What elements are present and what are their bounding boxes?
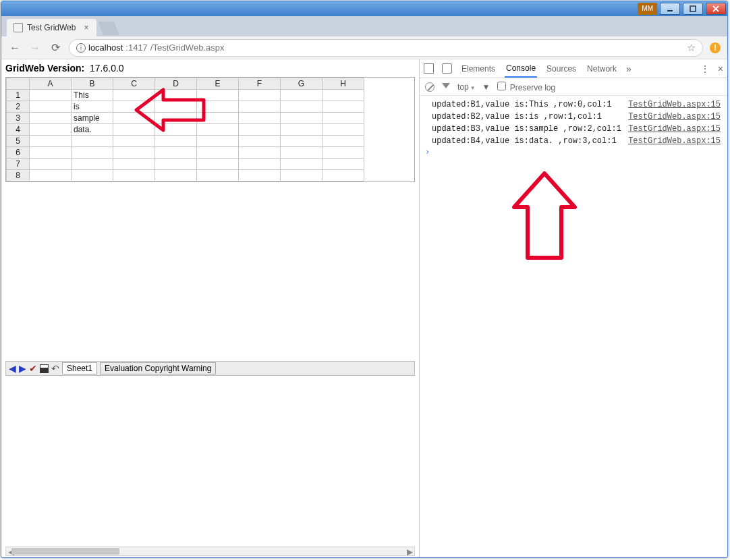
log-source-link[interactable]: TestGridWeb.aspx:15 xyxy=(628,124,721,134)
cell[interactable] xyxy=(281,101,322,113)
cell[interactable] xyxy=(281,170,322,181)
cell[interactable] xyxy=(155,101,197,113)
site-info-icon[interactable]: i xyxy=(76,43,86,53)
cell[interactable] xyxy=(322,159,364,170)
corner-cell[interactable] xyxy=(7,78,30,90)
cell[interactable] xyxy=(113,147,155,159)
cell[interactable] xyxy=(322,124,364,136)
inspect-icon[interactable] xyxy=(424,63,434,74)
tab-close-icon[interactable]: × xyxy=(84,23,88,32)
cell[interactable] xyxy=(30,124,72,136)
cell[interactable] xyxy=(197,124,239,136)
cell[interactable] xyxy=(30,159,72,170)
cell[interactable] xyxy=(197,136,239,147)
cell[interactable] xyxy=(155,90,197,101)
reload-button[interactable]: ⟳ xyxy=(49,41,62,55)
cell[interactable] xyxy=(322,113,364,124)
cell[interactable] xyxy=(113,101,155,113)
level-dropdown-icon[interactable]: ▼ xyxy=(482,82,490,92)
cell[interactable] xyxy=(72,147,113,159)
cell[interactable] xyxy=(281,113,322,124)
log-source-link[interactable]: TestGridWeb.aspx:15 xyxy=(628,100,721,109)
cell[interactable] xyxy=(281,136,322,147)
cell[interactable] xyxy=(322,101,364,113)
log-source-link[interactable]: TestGridWeb.aspx:15 xyxy=(628,136,721,146)
cell[interactable] xyxy=(113,159,155,170)
commit-icon[interactable]: ✔ xyxy=(29,363,37,374)
cell[interactable] xyxy=(239,136,281,147)
cell[interactable] xyxy=(155,159,197,170)
devtools-close-icon[interactable]: × xyxy=(718,63,723,74)
cell[interactable] xyxy=(113,124,155,136)
row-header[interactable]: 4 xyxy=(7,124,30,136)
cell[interactable] xyxy=(30,170,72,181)
cell[interactable] xyxy=(281,124,322,136)
cell[interactable] xyxy=(30,113,72,124)
cell[interactable] xyxy=(72,136,113,147)
device-mode-icon[interactable] xyxy=(442,63,452,74)
cell[interactable] xyxy=(239,147,281,159)
save-icon[interactable] xyxy=(40,364,49,373)
col-header[interactable]: H xyxy=(322,78,364,90)
preserve-log-toggle[interactable]: Preserve log xyxy=(497,82,556,92)
devtools-tab-sources[interactable]: Sources xyxy=(545,61,578,77)
devtools-tab-elements[interactable]: Elements xyxy=(460,61,497,77)
row-header[interactable]: 3 xyxy=(7,113,30,124)
cell[interactable] xyxy=(239,159,281,170)
context-dropdown[interactable]: top xyxy=(457,82,476,92)
cell[interactable] xyxy=(155,170,197,181)
maximize-button[interactable] xyxy=(683,3,703,15)
prev-sheet-icon[interactable]: ◀ xyxy=(9,363,16,374)
cell[interactable] xyxy=(281,90,322,101)
col-header[interactable]: D xyxy=(155,78,197,90)
row-header[interactable]: 7 xyxy=(7,159,30,170)
cell[interactable] xyxy=(322,136,364,147)
sheet-tab[interactable]: Sheet1 xyxy=(62,362,97,374)
cell[interactable] xyxy=(197,90,239,101)
cell[interactable] xyxy=(322,147,364,159)
cell[interactable]: data. xyxy=(72,124,113,136)
cell[interactable]: This xyxy=(72,90,113,101)
cell[interactable] xyxy=(197,159,239,170)
new-tab-button[interactable] xyxy=(99,22,119,35)
clear-console-icon[interactable] xyxy=(425,82,434,92)
cell[interactable] xyxy=(239,170,281,181)
browser-tab[interactable]: Test GridWeb × xyxy=(7,19,96,36)
cell[interactable] xyxy=(281,147,322,159)
cell[interactable] xyxy=(30,136,72,147)
cell[interactable] xyxy=(30,101,72,113)
log-source-link[interactable]: TestGridWeb.aspx:15 xyxy=(628,112,721,121)
cell[interactable] xyxy=(113,170,155,181)
forward-button[interactable]: → xyxy=(28,41,42,55)
cell[interactable] xyxy=(72,170,113,181)
row-header[interactable]: 8 xyxy=(7,170,30,181)
col-header[interactable]: A xyxy=(30,78,72,90)
back-button[interactable]: ← xyxy=(8,41,22,55)
cell[interactable] xyxy=(322,90,364,101)
cell[interactable] xyxy=(239,113,281,124)
minimize-button[interactable] xyxy=(660,3,680,15)
devtools-more-icon[interactable]: » xyxy=(626,63,631,74)
cell[interactable] xyxy=(322,170,364,181)
cell[interactable] xyxy=(197,147,239,159)
cell[interactable] xyxy=(239,101,281,113)
col-header[interactable]: B xyxy=(72,78,113,90)
cell[interactable] xyxy=(155,113,197,124)
col-header[interactable]: C xyxy=(113,78,155,90)
cell[interactable] xyxy=(155,124,197,136)
cell[interactable]: is xyxy=(72,101,113,113)
cell[interactable] xyxy=(197,170,239,181)
devtools-tab-network[interactable]: Network xyxy=(586,61,618,77)
filter-icon[interactable] xyxy=(441,83,451,91)
horizontal-scrollbar[interactable]: ◀ ▶ xyxy=(5,547,415,556)
cell[interactable] xyxy=(281,159,322,170)
cell[interactable] xyxy=(239,90,281,101)
row-header[interactable]: 1 xyxy=(7,90,30,101)
undo-icon[interactable]: ↶ xyxy=(51,363,59,374)
devtools-tab-console[interactable]: Console xyxy=(505,60,537,78)
cell[interactable] xyxy=(113,90,155,101)
console-prompt[interactable]: › xyxy=(420,147,727,157)
col-header[interactable]: F xyxy=(239,78,281,90)
row-header[interactable]: 2 xyxy=(7,101,30,113)
cell[interactable]: sample xyxy=(72,113,113,124)
